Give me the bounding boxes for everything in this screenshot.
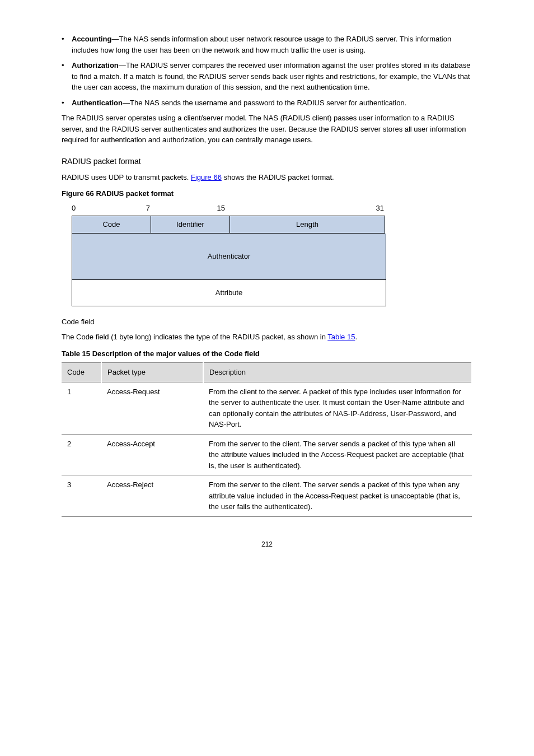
bullet-desc: —The NAS sends the username and password… [123, 99, 406, 107]
text-before-table-link: The Code field (1 byte long) indicates t… [62, 333, 327, 341]
heading-code-field: Code field [62, 316, 472, 328]
field-attribute: Attribute [72, 280, 386, 306]
bit-ruler: 0 7 15 31 [72, 203, 385, 214]
text-before-link: RADIUS uses UDP to transmit packets. [62, 173, 191, 181]
table-15-link[interactable]: Table 15 [327, 333, 355, 341]
bullet-dot: • [62, 97, 72, 109]
bullet-text: Authentication—The NAS sends the usernam… [72, 97, 472, 109]
bullet-desc: —The RADIUS server compares the received… [72, 61, 470, 91]
table-15-caption: Table 15 Description of the major values… [62, 348, 472, 360]
bullet-label: Accounting [72, 35, 112, 43]
th-desc: Description [203, 363, 472, 382]
table-header-row: Code Packet type Description [62, 363, 472, 382]
cell-type: Access-Reject [101, 475, 203, 517]
field-authenticator: Authenticator [72, 234, 386, 280]
bullet-desc: —The NAS sends information about user ne… [72, 35, 451, 54]
bullet-label: Authentication [72, 99, 123, 107]
codes-table: Code Packet type Description 1 Access-Re… [62, 362, 472, 517]
th-code: Code [62, 363, 101, 382]
figure-66-link[interactable]: Figure 66 [191, 173, 222, 181]
bullet-label: Authorization [72, 61, 119, 69]
bit-31: 31 [227, 203, 385, 214]
cell-code: 2 [62, 434, 101, 475]
bit-15: 15 [152, 203, 227, 214]
cell-desc: From the server to the client. The serve… [203, 475, 472, 517]
text-after-table-link: . [355, 333, 357, 341]
cell-desc: From the client to the server. A packet … [203, 382, 472, 434]
figure-66-caption: Figure 66 RADIUS packet format [62, 188, 472, 199]
table-row: 2 Access-Accept From the server to the c… [62, 434, 472, 475]
packet-diagram: 0 7 15 31 Code Identifier Length Authent… [62, 203, 472, 306]
cell-code: 1 [62, 382, 101, 434]
th-type: Packet type [101, 363, 203, 382]
page-number: 212 [62, 539, 472, 549]
table-row: 3 Access-Reject From the server to the c… [62, 475, 472, 517]
field-code: Code [72, 216, 151, 234]
text-after-link: shows the RADIUS packet format. [222, 173, 334, 181]
paragraph-server-model: The RADIUS server operates using a clien… [62, 113, 472, 146]
packet-box: Code Identifier Length Authenticator Att… [72, 216, 385, 306]
cell-desc: From the server to the client. The serve… [203, 434, 472, 475]
table-row: 1 Access-Request From the client to the … [62, 382, 472, 434]
paragraph-code-field: The Code field (1 byte long) indicates t… [62, 332, 472, 343]
bullet-authorization: • Authorization—The RADIUS server compar… [62, 60, 472, 93]
bullet-accounting: • Accounting—The NAS sends information a… [62, 34, 472, 55]
bullet-dot: • [62, 60, 72, 93]
bullet-text: Authorization—The RADIUS server compares… [72, 60, 472, 93]
paragraph-udp: RADIUS uses UDP to transmit packets. Fig… [62, 172, 472, 183]
cell-code: 3 [62, 475, 101, 517]
bit-7: 7 [77, 203, 152, 214]
bullet-authentication: • Authentication—The NAS sends the usern… [62, 97, 472, 109]
cell-type: Access-Request [101, 382, 203, 434]
field-length: Length [229, 216, 385, 234]
bullet-text: Accounting—The NAS sends information abo… [72, 34, 472, 55]
field-identifier: Identifier [151, 216, 229, 234]
heading-packet-format: RADIUS packet format [62, 156, 472, 167]
bullet-dot: • [62, 34, 72, 55]
bit-0: 0 [72, 203, 77, 214]
cell-type: Access-Accept [101, 434, 203, 475]
